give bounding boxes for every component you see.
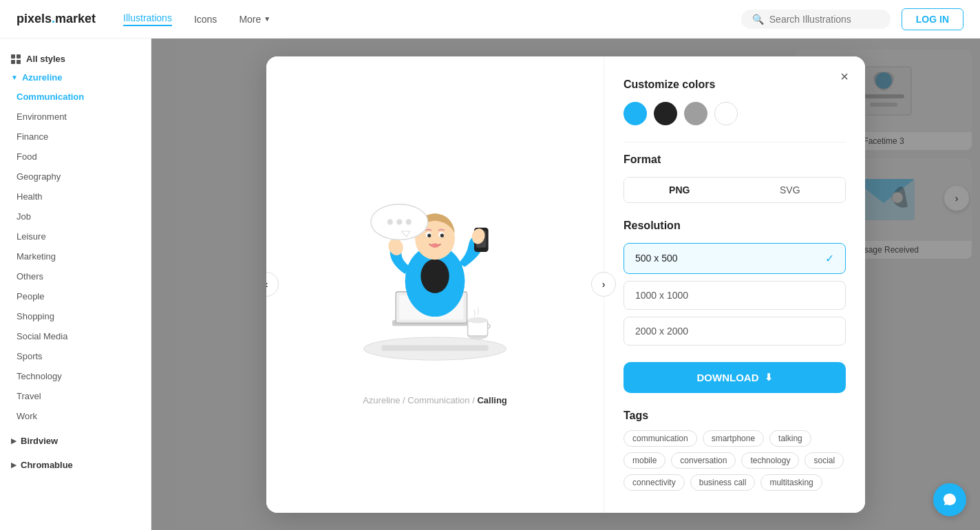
resolution-2000[interactable]: 2000 x 2000 bbox=[624, 317, 846, 346]
nav-illustrations[interactable]: Illustrations bbox=[123, 12, 172, 26]
tags-section: Tags communication smartphone talking mo… bbox=[624, 410, 846, 491]
modal-next-button[interactable]: › bbox=[591, 272, 616, 297]
tag-communication[interactable]: communication bbox=[624, 430, 697, 447]
chevron-right-icon: ▶ bbox=[11, 437, 17, 445]
svg-point-29 bbox=[396, 219, 402, 224]
breadcrumb-part1: Azureline bbox=[363, 395, 400, 405]
modal-prev-button[interactable]: ‹ bbox=[266, 272, 279, 297]
calling-illustration bbox=[339, 171, 531, 377]
swatch-white[interactable] bbox=[714, 102, 738, 125]
sidebar-birdview[interactable]: ▶ Birdview bbox=[0, 432, 151, 450]
search-icon: 🔍 bbox=[752, 14, 764, 25]
svg-point-26 bbox=[431, 243, 439, 247]
logo[interactable]: pixels.market bbox=[17, 12, 96, 26]
check-icon: ✓ bbox=[825, 252, 834, 265]
swatch-gray[interactable] bbox=[684, 102, 707, 125]
sidebar-item-others[interactable]: Others bbox=[0, 266, 151, 286]
resolution-title: Resolution bbox=[624, 220, 846, 232]
svg-point-30 bbox=[406, 219, 412, 224]
divider-1 bbox=[624, 142, 846, 142]
logo-text: pixels bbox=[17, 12, 52, 25]
svg-point-16 bbox=[420, 259, 449, 293]
modal-overlay[interactable]: × ‹ bbox=[151, 39, 980, 530]
azureline-label: Azureline bbox=[22, 72, 63, 83]
chat-button[interactable] bbox=[933, 483, 966, 516]
sidebar-item-work[interactable]: Work bbox=[0, 406, 151, 426]
sidebar-item-food[interactable]: Food bbox=[0, 147, 151, 167]
chevron-right-icon: ▶ bbox=[11, 461, 17, 469]
tag-connectivity[interactable]: connectivity bbox=[624, 474, 685, 491]
format-png-button[interactable]: PNG bbox=[624, 178, 735, 202]
tag-social[interactable]: social bbox=[805, 452, 844, 469]
breadcrumb-current: Calling bbox=[477, 395, 507, 405]
svg-point-28 bbox=[387, 219, 393, 224]
modal-close-button[interactable]: × bbox=[835, 67, 854, 87]
logo-suffix: market bbox=[55, 12, 96, 25]
chevron-down-icon: ▼ bbox=[11, 74, 18, 81]
sidebar-item-health[interactable]: Health bbox=[0, 187, 151, 206]
tags-title: Tags bbox=[624, 410, 846, 422]
tags-list: communication smartphone talking mobile … bbox=[624, 430, 846, 491]
login-button[interactable]: LOG IN bbox=[902, 8, 963, 30]
sidebar-item-shopping[interactable]: Shopping bbox=[0, 306, 151, 326]
all-styles-label: All styles bbox=[26, 54, 65, 64]
sidebar-item-geography[interactable]: Geography bbox=[0, 167, 151, 187]
modal: × ‹ bbox=[266, 56, 865, 513]
sidebar-item-travel[interactable]: Travel bbox=[0, 386, 151, 406]
breadcrumb: Azureline / Communication / Calling bbox=[363, 395, 507, 405]
sidebar-item-sports[interactable]: Sports bbox=[0, 346, 151, 366]
search-bar[interactable]: 🔍 bbox=[741, 10, 891, 29]
modal-illustration-panel: ‹ bbox=[266, 56, 604, 513]
tag-technology[interactable]: technology bbox=[741, 452, 799, 469]
resolution-2000-label: 2000 x 2000 bbox=[635, 326, 688, 337]
sidebar-item-finance[interactable]: Finance bbox=[0, 127, 151, 147]
sidebar-item-marketing[interactable]: Marketing bbox=[0, 246, 151, 266]
breadcrumb-part2: Communication bbox=[407, 395, 469, 405]
resolution-list: 500 x 500 ✓ 1000 x 1000 2000 x 2000 bbox=[624, 243, 846, 346]
sidebar-all-styles[interactable]: All styles bbox=[0, 50, 151, 68]
format-toggle: PNG SVG bbox=[624, 177, 846, 203]
tag-business-call[interactable]: business call bbox=[690, 474, 756, 491]
svg-rect-8 bbox=[381, 345, 488, 350]
color-swatches bbox=[624, 102, 846, 125]
sidebar-item-environment[interactable]: Environment bbox=[0, 107, 151, 127]
swatch-black[interactable] bbox=[654, 102, 677, 125]
download-arrow-icon: ⬇ bbox=[765, 372, 773, 383]
sidebar-item-job[interactable]: Job bbox=[0, 206, 151, 226]
sidebar-item-people[interactable]: People bbox=[0, 286, 151, 306]
sidebar-item-technology[interactable]: Technology bbox=[0, 366, 151, 386]
svg-point-24 bbox=[427, 233, 431, 237]
resolution-500[interactable]: 500 x 500 ✓ bbox=[624, 243, 846, 274]
header: pixels.market Illustrations Icons More ▼… bbox=[0, 0, 980, 39]
sidebar-azureline[interactable]: ▼ Azureline bbox=[0, 68, 151, 87]
chat-icon bbox=[942, 492, 957, 507]
sidebar-item-leisure[interactable]: Leisure bbox=[0, 226, 151, 246]
azureline-items: Communication Environment Finance Food G… bbox=[0, 87, 151, 426]
nav-more-label: More bbox=[239, 14, 261, 25]
chevron-down-icon: ▼ bbox=[264, 15, 270, 23]
resolution-1000[interactable]: 1000 x 1000 bbox=[624, 281, 846, 310]
sidebar-chromablue[interactable]: ▶ Chromablue bbox=[0, 456, 151, 474]
modal-controls-panel: Customize colors Format PNG SVG Resoluti… bbox=[604, 56, 865, 513]
tag-conversation[interactable]: conversation bbox=[671, 452, 736, 469]
resolution-1000-label: 1000 x 1000 bbox=[635, 290, 688, 301]
grid-icon bbox=[11, 54, 21, 64]
svg-point-25 bbox=[440, 233, 444, 237]
customize-colors-title: Customize colors bbox=[624, 78, 846, 91]
tag-mobile[interactable]: mobile bbox=[624, 452, 665, 469]
svg-point-14 bbox=[468, 317, 488, 323]
nav-more[interactable]: More ▼ bbox=[239, 14, 270, 25]
tag-talking[interactable]: talking bbox=[769, 430, 811, 447]
format-svg-button[interactable]: SVG bbox=[735, 178, 846, 202]
main-nav: Illustrations Icons More ▼ bbox=[123, 12, 270, 26]
sidebar-item-communication[interactable]: Communication bbox=[0, 87, 151, 107]
sidebar-item-social-media[interactable]: Social Media bbox=[0, 326, 151, 346]
tag-multitasking[interactable]: multitasking bbox=[760, 474, 822, 491]
tag-smartphone[interactable]: smartphone bbox=[703, 430, 764, 447]
illustration-area bbox=[332, 164, 538, 384]
swatch-cyan[interactable] bbox=[624, 102, 647, 125]
download-button[interactable]: DOWNLOAD ⬇ bbox=[624, 362, 846, 393]
search-input[interactable] bbox=[769, 14, 880, 25]
nav-icons[interactable]: Icons bbox=[194, 14, 217, 25]
birdview-label: Birdview bbox=[21, 436, 58, 446]
